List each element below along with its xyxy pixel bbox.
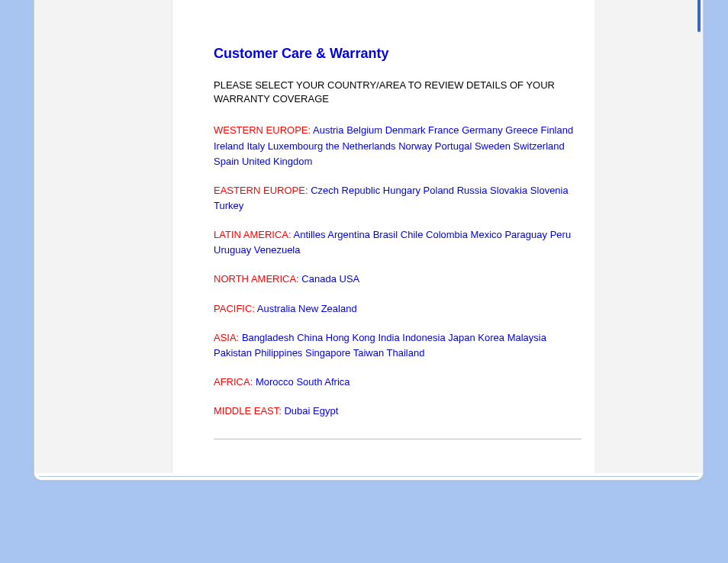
country-link-antilles[interactable]: Antilles xyxy=(294,229,326,240)
country-link-czech-republic[interactable]: Czech Republic xyxy=(311,185,380,196)
region-middle-east: MIDDLE EAST: Dubai Egypt xyxy=(214,404,581,419)
country-link-thailand[interactable]: Thailand xyxy=(387,347,425,359)
country-link-brasil[interactable]: Brasil xyxy=(373,229,398,240)
region-label: EASTERN EUROPE: xyxy=(214,185,308,196)
country-link-turkey[interactable]: Turkey xyxy=(214,200,243,211)
page-title: Customer Care & Warranty xyxy=(214,46,581,62)
country-link-spain[interactable]: Spain xyxy=(214,156,239,167)
canvas: Customer Care & Warranty PLEASE SELECT Y… xyxy=(0,0,728,563)
country-link-china[interactable]: China xyxy=(297,332,323,343)
country-link-finland[interactable]: Finland xyxy=(541,124,574,136)
region-label: AFRICA: xyxy=(214,376,253,388)
region-label: PACIFIC: xyxy=(214,303,255,314)
country-link-hungary[interactable]: Hungary xyxy=(383,185,420,196)
country-link-luxembourg[interactable]: Luxembourg xyxy=(268,140,323,152)
region-asia: ASIA: Bangladesh China Hong Kong India I… xyxy=(214,330,581,361)
country-link-chile[interactable]: Chile xyxy=(401,229,424,240)
page-container: Customer Care & Warranty PLEASE SELECT Y… xyxy=(34,0,704,481)
region-north-america: NORTH AMERICA: Canada USA xyxy=(214,272,581,287)
country-link-germany[interactable]: Germany xyxy=(462,124,502,136)
country-link-usa[interactable]: USA xyxy=(340,273,360,285)
country-link-korea[interactable]: Korea xyxy=(478,332,504,343)
country-link-philippines[interactable]: Philippines xyxy=(255,347,303,359)
country-link-uruguay[interactable]: Uruguay xyxy=(214,244,251,256)
region-label: MIDDLE EAST: xyxy=(214,405,282,417)
country-link-the-netherlands[interactable]: the Netherlands xyxy=(326,140,396,152)
country-link-egypt[interactable]: Egypt xyxy=(313,405,338,417)
region-eastern-europe: EASTERN EUROPE: Czech Republic Hungary P… xyxy=(214,183,581,214)
country-link-argentina[interactable]: Argentina xyxy=(327,229,370,240)
region-label: ASIA: xyxy=(214,332,239,343)
country-link-switzerland[interactable]: Switzerland xyxy=(514,140,565,152)
country-link-bangladesh[interactable]: Bangladesh xyxy=(242,332,295,343)
regions-list: WESTERN EUROPE: Austria Belgium Denmark … xyxy=(214,123,581,419)
right-sidebar xyxy=(594,0,703,473)
country-link-new-zealand[interactable]: New Zealand xyxy=(298,303,357,314)
country-link-australia[interactable]: Australia xyxy=(257,303,296,314)
country-link-greece[interactable]: Greece xyxy=(505,124,538,136)
content-divider xyxy=(214,439,581,439)
region-latin-america: LATIN AMERICA: Antilles Argentina Brasil… xyxy=(214,227,581,258)
left-sidebar xyxy=(34,0,172,473)
region-africa: AFRICA: Morocco South Africa xyxy=(214,375,581,390)
country-link-dubai[interactable]: Dubai xyxy=(284,405,310,417)
region-pacific: PACIFIC: Australia New Zealand xyxy=(214,301,581,317)
country-link-united-kingdom[interactable]: United Kingdom xyxy=(242,156,313,167)
region-label: NORTH AMERICA: xyxy=(214,273,299,285)
country-link-peru[interactable]: Peru xyxy=(550,229,571,240)
country-link-russia[interactable]: Russia xyxy=(457,185,488,196)
country-link-singapore[interactable]: Singapore xyxy=(305,347,350,359)
country-link-sweden[interactable]: Sweden xyxy=(475,140,511,152)
country-link-taiwan[interactable]: Taiwan xyxy=(353,347,384,359)
region-label: LATIN AMERICA: xyxy=(214,229,292,240)
country-link-india[interactable]: India xyxy=(378,332,399,343)
main-content: Customer Care & Warranty PLEASE SELECT Y… xyxy=(172,0,596,473)
country-link-italy[interactable]: Italy xyxy=(246,140,265,152)
country-link-hong-kong[interactable]: Hong Kong xyxy=(326,332,375,343)
country-link-pakistan[interactable]: Pakistan xyxy=(214,347,252,359)
country-link-colombia[interactable]: Colombia xyxy=(426,229,468,240)
right-accent-bar xyxy=(697,0,701,32)
country-link-malaysia[interactable]: Malaysia xyxy=(507,332,546,343)
country-link-japan[interactable]: Japan xyxy=(448,332,475,343)
country-link-south-africa[interactable]: South Africa xyxy=(296,376,350,388)
country-link-mexico[interactable]: Mexico xyxy=(471,229,502,240)
country-link-morocco[interactable]: Morocco xyxy=(256,376,294,388)
country-link-belgium[interactable]: Belgium xyxy=(346,124,382,136)
country-link-slovakia[interactable]: Slovakia xyxy=(490,185,527,196)
country-link-paraguay[interactable]: Paraguay xyxy=(504,229,547,240)
country-link-denmark[interactable]: Denmark xyxy=(385,124,426,136)
country-link-venezuela[interactable]: Venezuela xyxy=(254,244,301,256)
region-western-europe: WESTERN EUROPE: Austria Belgium Denmark … xyxy=(214,123,581,169)
country-link-france[interactable]: France xyxy=(428,124,459,136)
country-link-ireland[interactable]: Ireland xyxy=(214,140,244,152)
region-label: WESTERN EUROPE: xyxy=(214,124,311,136)
instruction-text: PLEASE SELECT YOUR COUNTRY/AREA TO REVIE… xyxy=(214,79,572,106)
country-link-canada[interactable]: Canada xyxy=(301,273,337,285)
country-link-austria[interactable]: Austria xyxy=(313,124,343,136)
country-link-slovenia[interactable]: Slovenia xyxy=(530,185,569,196)
country-link-portugal[interactable]: Portugal xyxy=(435,140,472,152)
country-link-indonesia[interactable]: Indonesia xyxy=(402,332,445,343)
footer-rule xyxy=(39,476,698,477)
country-link-norway[interactable]: Norway xyxy=(398,140,432,152)
country-link-poland[interactable]: Poland xyxy=(424,185,454,196)
